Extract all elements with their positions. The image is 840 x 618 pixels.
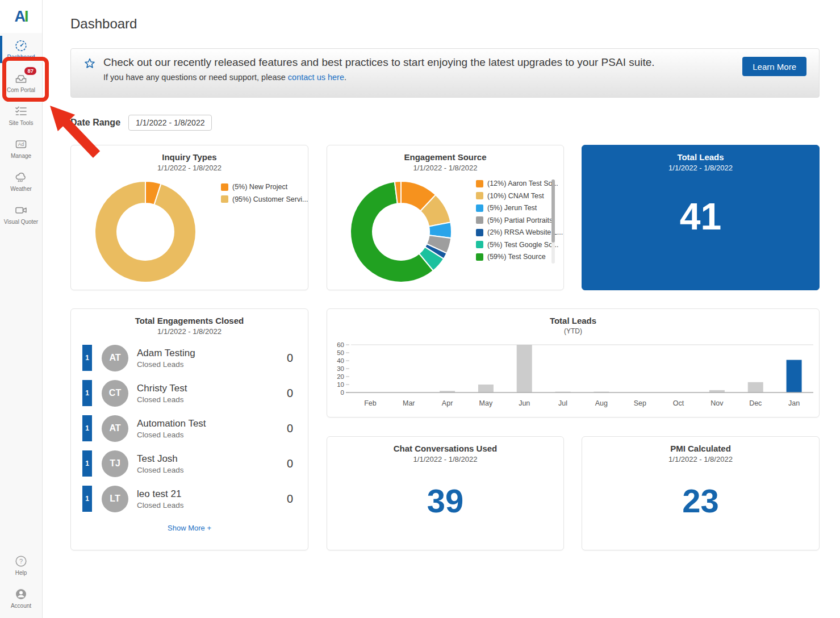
checklist-icon (14, 105, 28, 118)
legend-label: (5%) Test Google So... (487, 241, 559, 249)
legend-swatch (476, 216, 483, 224)
legend-scrollbar-thumb[interactable] (551, 179, 555, 243)
help-icon: ? (14, 554, 28, 568)
chart-tick-label: Apr (442, 399, 453, 407)
camera-icon (14, 203, 28, 217)
bar-may[interactable] (478, 385, 494, 392)
sidebar-item-account[interactable]: Account (0, 582, 42, 615)
chart-tick-label: Jul (558, 399, 567, 407)
legend-label: (12%) Aaron Test So... (487, 179, 558, 187)
chart-tick-label: Nov (711, 399, 724, 407)
rank-tag: 1 (82, 486, 92, 512)
legend-item[interactable]: (12%) Aaron Test So... (476, 179, 563, 187)
legend-item[interactable]: (5%) Jerun Test (476, 204, 563, 212)
engagement-user: leo test 21Closed Leads (137, 488, 287, 510)
sidebar-footer: ?HelpAccount (0, 549, 42, 618)
date-range-input[interactable]: 1/1/2022 - 1/8/2022 (128, 115, 212, 131)
chart-tick-label: Oct (673, 399, 684, 407)
legend-item[interactable]: (2%) RRSA Website L... (476, 228, 563, 236)
ytd-title: Total Leads (327, 316, 819, 325)
sidebar-item-weather[interactable]: Weather (0, 165, 42, 198)
chat-conversations-card: Chat Conversations Used 1/1/2022 - 1/8/2… (327, 436, 564, 550)
bar-jan[interactable] (787, 360, 802, 392)
legend-swatch (476, 253, 483, 261)
user-name: leo test 21 (137, 488, 287, 500)
contact-us-link[interactable]: contact us here (288, 73, 344, 82)
banner-support-line: If you have any questions or need suppor… (103, 73, 725, 82)
sidebar-nav: Dashboard87Com PortalSite ToolsAdManageW… (0, 33, 42, 231)
legend-label: (5%) Jerun Test (487, 204, 537, 212)
sidebar-item-manage[interactable]: AdManage (0, 132, 42, 165)
chart-tick-label: Sep (634, 399, 646, 407)
active-indicator (0, 168, 2, 195)
legend-swatch (221, 195, 228, 203)
engagements-subtitle: 1/1/2022 - 1/8/2022 (71, 327, 308, 336)
engagements-title: Total Engagements Closed (71, 316, 308, 325)
bar-dec[interactable] (748, 382, 763, 392)
announcement-banner: Check out our recently released features… (70, 48, 820, 98)
sidebar-item-site-tools[interactable]: Site Tools (0, 99, 42, 132)
legend-scrollbar[interactable] (551, 179, 555, 264)
cloud-icon (14, 170, 28, 184)
sidebar-item-label: Help (15, 570, 27, 576)
legend-item[interactable]: (5%) New Project (221, 183, 308, 191)
closed-leads-value: 0 (287, 352, 293, 365)
chart-tick-label: 60 (337, 341, 344, 348)
sidebar-item-visual-quoter[interactable]: Visual Quoter (0, 198, 42, 231)
legend-item[interactable]: (95%) Customer Servi... (221, 195, 308, 203)
inquiry-types-subtitle: 1/1/2022 - 1/8/2022 (71, 164, 308, 172)
chart-tick-label: May (479, 399, 493, 407)
legend-label: (5%) New Project (232, 183, 287, 191)
sidebar: AI Dashboard87Com PortalSite ToolsAdMana… (0, 0, 43, 618)
user-name: Automation Test (137, 418, 287, 429)
chart-tick-label: 50 (337, 349, 344, 356)
closed-leads-label: Closed Leads (137, 501, 287, 510)
rank-tag: 1 (82, 450, 92, 477)
legend-label: (5%) Partial Portraits (487, 216, 553, 224)
legend-item[interactable]: (10%) CNAM Test (476, 192, 563, 200)
legend-item[interactable]: (5%) Partial Portraits (476, 216, 563, 224)
dashboard-screen: AI Dashboard87Com PortalSite ToolsAdMana… (0, 0, 840, 618)
legend-swatch (221, 183, 228, 191)
gauge-icon (14, 39, 28, 52)
closed-leads-label: Closed Leads (137, 360, 287, 369)
rank-tag: 1 (82, 415, 92, 441)
engagement-row[interactable]: 1TJTest JoshClosed Leads0 (71, 446, 308, 481)
engagement-row[interactable]: 1ATAutomation TestClosed Leads0 (71, 411, 308, 446)
engagement-row[interactable]: 1LTleo test 21Closed Leads0 (71, 481, 308, 516)
total-leads-value: 41 (582, 195, 819, 238)
engagement-row[interactable]: 1CTChristy TestClosed Leads0 (71, 375, 308, 411)
avatar: AT (102, 345, 128, 371)
engagement-user: Test JoshClosed Leads (137, 453, 287, 474)
chart-tick-label: Jan (788, 399, 800, 407)
show-more-link[interactable]: Show More + (71, 524, 308, 532)
avatar: LT (102, 486, 128, 512)
account-icon (14, 587, 28, 601)
logo-letter-a: A (14, 8, 24, 26)
total-leads-subtitle: 1/1/2022 - 1/8/2022 (582, 164, 819, 172)
legend-swatch (476, 229, 483, 236)
sidebar-item-dashboard[interactable]: Dashboard (0, 33, 42, 66)
donut-slice-customer-service[interactable] (95, 181, 196, 282)
user-name: Test Josh (137, 453, 287, 465)
legend-item[interactable]: (59%) Test Source (476, 253, 563, 261)
app-logo[interactable]: AI (0, 0, 42, 33)
avatar: CT (102, 380, 128, 407)
engagement-source-donut-chart (350, 181, 452, 285)
engagement-user: Christy TestClosed Leads (137, 383, 287, 404)
ytd-subtitle: (YTD) (327, 327, 819, 335)
learn-more-button[interactable]: Learn More (742, 57, 806, 76)
inbox-icon: 87 (14, 72, 28, 85)
legend-item[interactable]: (5%) Test Google So... (476, 241, 563, 249)
closed-leads-value: 0 (287, 457, 293, 470)
rank-tag: 1 (82, 380, 92, 406)
sidebar-item-label: Dashboard (7, 54, 35, 60)
svg-text:?: ? (19, 558, 23, 565)
sidebar-item-com-portal[interactable]: 87Com Portal (0, 66, 42, 99)
sidebar-item-help[interactable]: ?Help (0, 549, 42, 582)
sidebar-item-label: Manage (11, 153, 31, 159)
bar-jun[interactable] (517, 345, 532, 392)
engagement-row[interactable]: 1ATAdam TestingClosed Leads0 (71, 340, 308, 375)
engagement-source-subtitle: 1/1/2022 - 1/8/2022 (327, 164, 563, 172)
svg-text:Ad: Ad (18, 141, 24, 147)
